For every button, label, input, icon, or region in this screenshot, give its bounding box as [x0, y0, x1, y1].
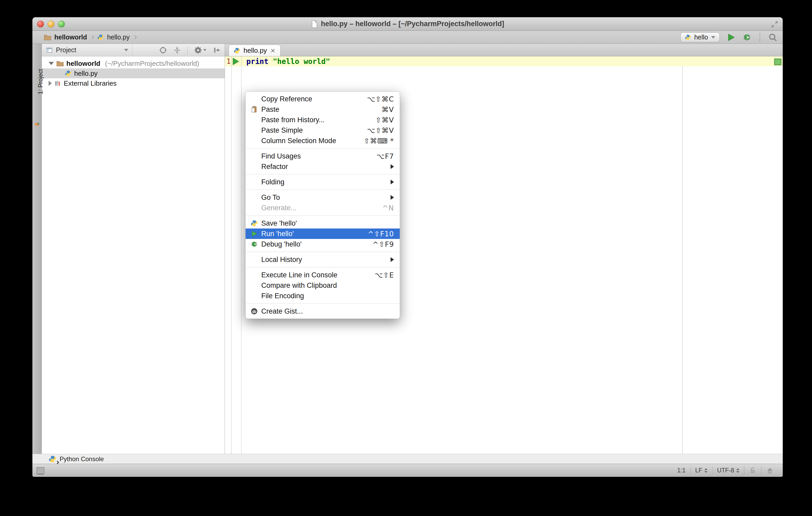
menu-item-find-usages[interactable]: Find Usages ⌥F7 [245, 151, 400, 161]
python-file-icon [97, 34, 104, 41]
close-tab-icon[interactable]: × [270, 47, 276, 55]
tree-node-path: (~/PycharmProjects/helloworld) [105, 60, 199, 68]
menu-item-file-encoding[interactable]: File Encoding [245, 291, 400, 301]
chevron-right-icon [90, 35, 94, 39]
locate-source-icon[interactable] [159, 46, 167, 54]
window-title: hello.py – helloworld – [~/PycharmProjec… [321, 20, 504, 28]
menu-icon-slot [249, 95, 259, 103]
submenu-arrow-icon [390, 180, 394, 184]
search-everywhere-icon[interactable] [768, 33, 778, 42]
menu-item-generate: Generate... ^N [245, 203, 400, 213]
menu-item-paste[interactable]: Paste ⌘V [245, 104, 400, 115]
project-view-select[interactable]: Project [42, 44, 133, 56]
tree-row-hello-py[interactable]: hello.py [42, 68, 225, 78]
tab-label: hello.py [243, 47, 267, 55]
readonly-lock-widget[interactable] [744, 466, 761, 475]
code-line[interactable]: print "hello world" [246, 57, 330, 66]
bottom-tool-window-bar: Python Console [32, 454, 783, 464]
python-console-icon [49, 455, 56, 463]
caret-position-widget[interactable]: 1:1 [672, 466, 690, 475]
fullscreen-icon[interactable] [770, 20, 779, 29]
inspection-status-square[interactable] [774, 59, 781, 65]
chevron-down-icon [711, 36, 715, 39]
tree-row-external-libraries[interactable]: External Libraries [42, 78, 225, 88]
tree-node-label: hello.py [74, 69, 98, 78]
python-icon [249, 219, 259, 227]
spinner-arrows-icon [704, 468, 707, 473]
project-tool-window-icon[interactable] [34, 121, 40, 128]
gutter-run-icon[interactable] [233, 58, 239, 65]
menu-item-run-hello[interactable]: Run 'hello' ^⇧F10 [245, 229, 400, 239]
zoom-window-button[interactable] [58, 21, 65, 27]
right-margin-guide [682, 56, 683, 454]
tree-node-label: helloworld [66, 60, 100, 68]
line-separator-widget[interactable]: LF [690, 466, 712, 475]
code-string: "hello world" [273, 57, 330, 66]
encoding-value: UTF-8 [717, 467, 734, 474]
python-console-button[interactable]: Python Console [49, 455, 104, 463]
run-configuration-name: hello [694, 33, 708, 41]
github-icon [249, 307, 259, 315]
line-separator-value: LF [695, 467, 702, 474]
main-area: 1: Project Project [32, 44, 783, 454]
gutter-separator [231, 56, 232, 454]
run-toolbar: hello [680, 32, 778, 42]
hide-panel-icon[interactable] [213, 46, 221, 54]
settings-gear-icon[interactable] [194, 46, 206, 54]
menu-icon-slot [249, 126, 259, 134]
breadcrumb-project[interactable]: helloworld [54, 33, 87, 41]
toggle-tool-window-buttons-icon[interactable] [36, 467, 45, 474]
tool-window-stripe: 1: Project [32, 44, 42, 454]
project-view-label: Project [56, 46, 76, 54]
menu-item-refactor[interactable]: Refactor [245, 161, 400, 172]
minimize-window-button[interactable] [48, 21, 54, 27]
toolbar-separator [759, 33, 760, 41]
run-configuration-select[interactable]: hello [680, 32, 720, 42]
project-panel: Project [42, 44, 225, 454]
menu-item-execute-line-in-console[interactable]: Execute Line in Console ⌥⇧E [245, 270, 400, 280]
collapse-all-icon[interactable] [173, 46, 181, 54]
menu-item-column-selection-mode[interactable]: Column Selection Mode ⇧⌘⌨ * [245, 135, 400, 146]
menu-item-save-hello[interactable]: Save 'hello' [245, 218, 400, 229]
highlighting-level-widget[interactable] [761, 466, 779, 475]
menu-item-copy-reference[interactable]: Copy Reference ⌥⇧⌘C [245, 94, 400, 104]
breadcrumb: helloworld hello.py [44, 33, 137, 41]
menu-icon-slot [249, 255, 259, 264]
spinner-arrows-icon [736, 468, 740, 473]
menu-item-debug-hello[interactable]: Debug 'hello' ^⇧F9 [245, 239, 400, 249]
menu-item-create-gist[interactable]: Create Gist... [245, 306, 400, 316]
project-tool-window-button[interactable]: 1: Project [37, 69, 44, 94]
breadcrumb-file[interactable]: hello.py [107, 33, 129, 41]
run-button[interactable] [727, 33, 735, 42]
debug-button[interactable] [742, 33, 752, 42]
project-panel-toolbar [159, 46, 225, 54]
python-file-icon [65, 70, 71, 77]
menu-separator [246, 148, 399, 149]
menu-item-compare-with-clipboard[interactable]: Compare with Clipboard [245, 280, 400, 291]
window-title-group: hello.py – helloworld – [~/PycharmProjec… [311, 20, 504, 28]
title-bar[interactable]: hello.py – helloworld – [~/PycharmProjec… [32, 17, 783, 31]
tab-hello-py[interactable]: hello.py × [229, 44, 281, 56]
submenu-arrow-icon [390, 195, 394, 200]
python-console-label: Python Console [60, 455, 104, 463]
collapsed-arrow-icon[interactable] [49, 81, 52, 86]
library-icon [54, 80, 61, 87]
run-icon [249, 230, 259, 238]
menu-item-paste-from-history[interactable]: Paste from History... ⇧⌘V [245, 115, 400, 125]
menu-item-paste-simple[interactable]: Paste Simple ⌥⇧⌘V [245, 125, 400, 135]
close-window-button[interactable] [37, 21, 44, 27]
window-controls [37, 21, 65, 27]
menu-item-folding[interactable]: Folding [245, 177, 400, 187]
expanded-arrow-icon[interactable] [49, 62, 54, 65]
menu-icon-slot [249, 281, 259, 290]
folder-icon [44, 34, 51, 40]
chevron-down-icon [124, 49, 128, 52]
menu-item-go-to[interactable]: Go To [245, 192, 400, 203]
navigation-toolbar: helloworld hello.py hello [32, 31, 783, 44]
encoding-widget[interactable]: UTF-8 [712, 466, 744, 475]
tree-row-project-root[interactable]: helloworld (~/PycharmProjects/helloworld… [42, 59, 225, 68]
project-tree: helloworld (~/PycharmProjects/helloworld… [42, 56, 225, 88]
menu-icon-slot [249, 271, 259, 279]
menu-item-local-history[interactable]: Local History [245, 254, 400, 265]
submenu-arrow-icon [390, 257, 394, 262]
